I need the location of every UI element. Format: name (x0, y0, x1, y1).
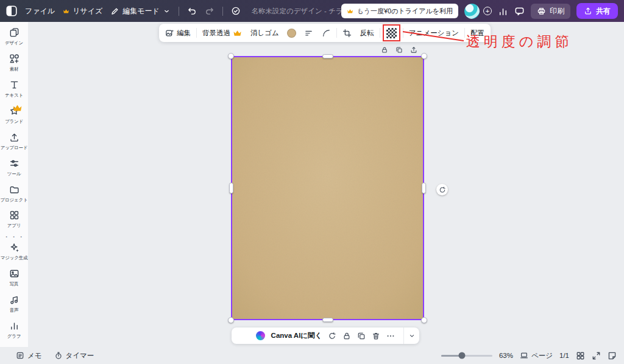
lock-page-button[interactable] (342, 332, 351, 340)
notes-icon (16, 351, 24, 360)
resize-handle-top-left[interactable] (228, 53, 234, 59)
design-page[interactable] (232, 57, 424, 320)
elements-icon (9, 54, 20, 64)
sidebar-item-tools[interactable]: ツール (0, 158, 28, 180)
design-icon (9, 27, 20, 38)
duplicate-button[interactable] (395, 46, 403, 54)
sidebar-label: テキスト (5, 93, 23, 99)
print-button[interactable]: 印刷 (531, 4, 570, 19)
music-note-icon (9, 295, 20, 305)
sidebar-label: 素材 (10, 66, 19, 72)
upload-icon (9, 132, 20, 142)
timer-button[interactable]: タイマー (54, 351, 94, 360)
insights-button[interactable] (498, 6, 508, 16)
sidebar-item-brand[interactable]: ブランド (0, 106, 28, 127)
sidebar-item-audio[interactable]: 音声 (0, 295, 28, 316)
edit-image-icon (165, 29, 174, 38)
adjust-button[interactable] (300, 24, 317, 42)
zoom-slider[interactable] (441, 355, 492, 357)
sidebar-item-photos[interactable]: 写真 (0, 268, 28, 290)
share-button[interactable]: 共有 (576, 3, 618, 19)
resize-handle-bottom[interactable] (322, 318, 333, 322)
delete-page-button[interactable] (372, 332, 380, 340)
resize-handle-bottom-right[interactable] (421, 317, 427, 323)
sidebar-item-design[interactable]: デザイン (0, 27, 28, 49)
pages-icon (520, 351, 528, 360)
resize-handle-top-right[interactable] (421, 53, 427, 59)
ask-canva-ai-button[interactable]: Canva AIに聞く (271, 331, 322, 340)
resize-handle-right[interactable] (422, 183, 426, 194)
grid-view-icon (576, 351, 585, 360)
flip-button[interactable]: 反転 (356, 24, 378, 42)
sidebar-label: アプリ (7, 223, 21, 229)
share-element-button[interactable] (410, 46, 417, 54)
sidebar-item-projects[interactable]: プロジェクト (0, 184, 28, 206)
grid-view-button[interactable] (576, 351, 585, 360)
bar-chart-icon (498, 6, 508, 16)
redo-button[interactable] (205, 6, 214, 16)
share-label: 共有 (596, 6, 611, 16)
topbar-right-group: もう一度¥0のトライアルを利用 + 印刷 (341, 3, 618, 19)
duplicate-icon (395, 46, 403, 54)
sidebar-item-apps[interactable]: アプリ (0, 210, 28, 231)
sidebar-item-uploads[interactable]: アップロード (0, 132, 28, 153)
resize-handle-left[interactable] (229, 183, 233, 194)
photo-icon (9, 268, 20, 279)
resize-handle-top[interactable] (322, 54, 333, 58)
sidebar-label: グラフ (7, 334, 21, 340)
sidebar-item-magic-generate[interactable]: マジック生成 (0, 242, 28, 264)
chevron-down-icon (408, 332, 416, 340)
edit-mode-button[interactable]: 編集モード (110, 6, 171, 16)
duplicate-page-button[interactable] (357, 332, 366, 340)
more-dots-icon (386, 332, 395, 340)
kraft-paper-image[interactable] (232, 57, 424, 320)
undo-button[interactable] (187, 6, 197, 16)
zoom-slider-thumb[interactable] (458, 352, 465, 359)
sidebar-label: 写真 (10, 281, 19, 287)
comments-button[interactable] (514, 6, 525, 16)
apps-grid-icon (9, 210, 20, 220)
curve-button[interactable] (317, 24, 335, 42)
crop-button[interactable] (338, 24, 356, 42)
adjust-lines-icon (304, 29, 313, 38)
resize-handle-bottom-left[interactable] (228, 317, 234, 323)
background-remove-button[interactable]: 背景透過 (198, 24, 246, 42)
curve-icon (322, 29, 331, 38)
divider (380, 28, 380, 38)
page-action-bar-center: Canva AIに聞く (256, 331, 395, 340)
sidebar-label: アップロード (1, 145, 28, 151)
sidebar-item-text[interactable]: テキスト (0, 80, 28, 101)
rotate-handle[interactable] (436, 184, 448, 195)
more-options-button[interactable] (386, 332, 395, 340)
saved-status-icon (231, 6, 241, 16)
sidebar-item-charts[interactable]: グラフ (0, 321, 28, 342)
divider (464, 28, 465, 38)
canva-home-button[interactable] (6, 5, 17, 16)
animation-button[interactable]: アニメーション (405, 24, 463, 42)
notes-button[interactable]: メモ (16, 351, 42, 360)
crown-icon (63, 9, 69, 14)
sidebar-item-elements[interactable]: 素材 (0, 54, 28, 75)
sidebar-more-dots[interactable]: ・・・ (3, 235, 25, 239)
avatar[interactable] (464, 4, 480, 19)
pencil-icon (110, 7, 119, 16)
transparency-button[interactable] (386, 28, 397, 38)
eraser-button[interactable]: 消しゴム (246, 24, 283, 42)
fullscreen-button[interactable] (592, 351, 601, 360)
export-icon (584, 7, 592, 15)
notes-label: メモ (27, 351, 42, 360)
present-button[interactable] (608, 351, 617, 360)
add-member-button[interactable]: + (483, 7, 492, 15)
pages-view-button[interactable]: ページ (520, 351, 553, 360)
zoom-level: 63% (499, 352, 513, 359)
resize-label: リサイズ (73, 6, 102, 16)
edit-image-button[interactable]: 編集 (161, 24, 195, 42)
color-swatch-button[interactable] (287, 29, 296, 38)
collapse-bar-button[interactable] (403, 327, 419, 344)
resize-button[interactable]: リサイズ (63, 6, 102, 16)
file-menu-button[interactable]: ファイル (25, 6, 55, 16)
lock-button[interactable] (381, 46, 388, 54)
design-title[interactable]: 名称未設定のデザイン - チラシ（A4） (252, 7, 373, 16)
refresh-button[interactable] (328, 332, 336, 340)
page-curl-icon (608, 351, 617, 360)
